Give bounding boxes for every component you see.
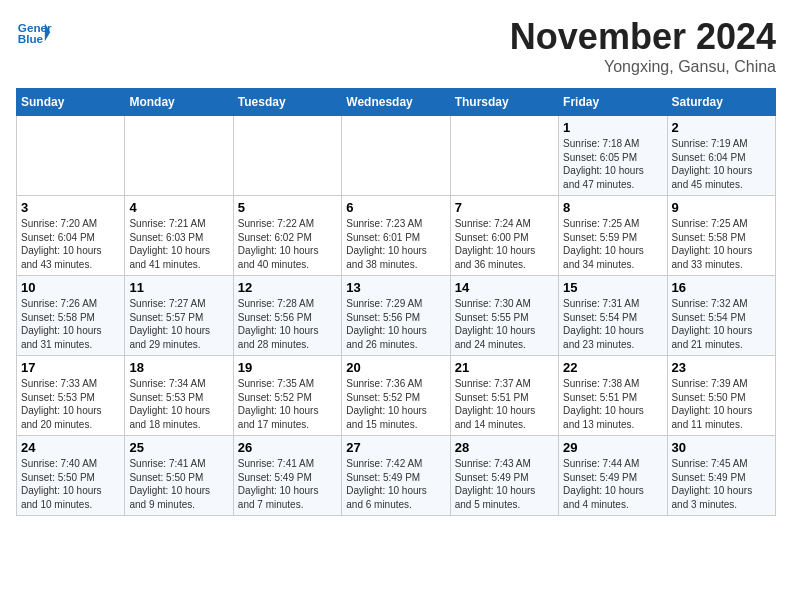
day-number: 22	[563, 360, 662, 375]
day-number: 21	[455, 360, 554, 375]
calendar-cell: 10Sunrise: 7:26 AM Sunset: 5:58 PM Dayli…	[17, 276, 125, 356]
calendar-header-row: SundayMondayTuesdayWednesdayThursdayFrid…	[17, 89, 776, 116]
calendar-table: SundayMondayTuesdayWednesdayThursdayFrid…	[16, 88, 776, 516]
day-header-wednesday: Wednesday	[342, 89, 450, 116]
day-info: Sunrise: 7:34 AM Sunset: 5:53 PM Dayligh…	[129, 377, 228, 431]
day-number: 3	[21, 200, 120, 215]
day-info: Sunrise: 7:23 AM Sunset: 6:01 PM Dayligh…	[346, 217, 445, 271]
calendar-cell: 27Sunrise: 7:42 AM Sunset: 5:49 PM Dayli…	[342, 436, 450, 516]
logo-icon: General Blue	[16, 16, 52, 52]
day-number: 27	[346, 440, 445, 455]
svg-text:Blue: Blue	[18, 32, 44, 45]
day-number: 5	[238, 200, 337, 215]
day-info: Sunrise: 7:28 AM Sunset: 5:56 PM Dayligh…	[238, 297, 337, 351]
calendar-cell: 12Sunrise: 7:28 AM Sunset: 5:56 PM Dayli…	[233, 276, 341, 356]
calendar-cell: 4Sunrise: 7:21 AM Sunset: 6:03 PM Daylig…	[125, 196, 233, 276]
day-info: Sunrise: 7:41 AM Sunset: 5:50 PM Dayligh…	[129, 457, 228, 511]
calendar-cell: 23Sunrise: 7:39 AM Sunset: 5:50 PM Dayli…	[667, 356, 775, 436]
calendar-week-1: 1Sunrise: 7:18 AM Sunset: 6:05 PM Daylig…	[17, 116, 776, 196]
day-number: 10	[21, 280, 120, 295]
calendar-cell	[125, 116, 233, 196]
day-info: Sunrise: 7:31 AM Sunset: 5:54 PM Dayligh…	[563, 297, 662, 351]
calendar-cell: 6Sunrise: 7:23 AM Sunset: 6:01 PM Daylig…	[342, 196, 450, 276]
day-header-monday: Monday	[125, 89, 233, 116]
day-number: 29	[563, 440, 662, 455]
calendar-cell	[450, 116, 558, 196]
day-number: 8	[563, 200, 662, 215]
day-number: 2	[672, 120, 771, 135]
day-info: Sunrise: 7:45 AM Sunset: 5:49 PM Dayligh…	[672, 457, 771, 511]
day-header-thursday: Thursday	[450, 89, 558, 116]
day-number: 24	[21, 440, 120, 455]
day-info: Sunrise: 7:21 AM Sunset: 6:03 PM Dayligh…	[129, 217, 228, 271]
location-subtitle: Yongxing, Gansu, China	[510, 58, 776, 76]
page-header: General Blue November 2024 Yongxing, Gan…	[16, 16, 776, 76]
day-header-friday: Friday	[559, 89, 667, 116]
calendar-cell: 15Sunrise: 7:31 AM Sunset: 5:54 PM Dayli…	[559, 276, 667, 356]
day-number: 16	[672, 280, 771, 295]
day-header-sunday: Sunday	[17, 89, 125, 116]
calendar-cell: 22Sunrise: 7:38 AM Sunset: 5:51 PM Dayli…	[559, 356, 667, 436]
calendar-cell: 2Sunrise: 7:19 AM Sunset: 6:04 PM Daylig…	[667, 116, 775, 196]
day-info: Sunrise: 7:38 AM Sunset: 5:51 PM Dayligh…	[563, 377, 662, 431]
day-number: 9	[672, 200, 771, 215]
calendar-cell: 25Sunrise: 7:41 AM Sunset: 5:50 PM Dayli…	[125, 436, 233, 516]
day-info: Sunrise: 7:30 AM Sunset: 5:55 PM Dayligh…	[455, 297, 554, 351]
day-info: Sunrise: 7:36 AM Sunset: 5:52 PM Dayligh…	[346, 377, 445, 431]
calendar-week-4: 17Sunrise: 7:33 AM Sunset: 5:53 PM Dayli…	[17, 356, 776, 436]
calendar-cell: 29Sunrise: 7:44 AM Sunset: 5:49 PM Dayli…	[559, 436, 667, 516]
calendar-cell: 11Sunrise: 7:27 AM Sunset: 5:57 PM Dayli…	[125, 276, 233, 356]
day-info: Sunrise: 7:37 AM Sunset: 5:51 PM Dayligh…	[455, 377, 554, 431]
day-info: Sunrise: 7:20 AM Sunset: 6:04 PM Dayligh…	[21, 217, 120, 271]
calendar-cell: 24Sunrise: 7:40 AM Sunset: 5:50 PM Dayli…	[17, 436, 125, 516]
month-title: November 2024	[510, 16, 776, 58]
day-number: 18	[129, 360, 228, 375]
day-info: Sunrise: 7:44 AM Sunset: 5:49 PM Dayligh…	[563, 457, 662, 511]
calendar-week-5: 24Sunrise: 7:40 AM Sunset: 5:50 PM Dayli…	[17, 436, 776, 516]
calendar-cell: 20Sunrise: 7:36 AM Sunset: 5:52 PM Dayli…	[342, 356, 450, 436]
day-info: Sunrise: 7:26 AM Sunset: 5:58 PM Dayligh…	[21, 297, 120, 351]
calendar-cell: 14Sunrise: 7:30 AM Sunset: 5:55 PM Dayli…	[450, 276, 558, 356]
day-number: 17	[21, 360, 120, 375]
day-info: Sunrise: 7:22 AM Sunset: 6:02 PM Dayligh…	[238, 217, 337, 271]
calendar-cell	[233, 116, 341, 196]
day-number: 4	[129, 200, 228, 215]
day-header-tuesday: Tuesday	[233, 89, 341, 116]
title-block: November 2024 Yongxing, Gansu, China	[510, 16, 776, 76]
day-number: 11	[129, 280, 228, 295]
calendar-cell: 18Sunrise: 7:34 AM Sunset: 5:53 PM Dayli…	[125, 356, 233, 436]
calendar-cell: 19Sunrise: 7:35 AM Sunset: 5:52 PM Dayli…	[233, 356, 341, 436]
calendar-cell: 26Sunrise: 7:41 AM Sunset: 5:49 PM Dayli…	[233, 436, 341, 516]
day-info: Sunrise: 7:25 AM Sunset: 5:59 PM Dayligh…	[563, 217, 662, 271]
day-number: 1	[563, 120, 662, 135]
calendar-cell: 3Sunrise: 7:20 AM Sunset: 6:04 PM Daylig…	[17, 196, 125, 276]
day-info: Sunrise: 7:41 AM Sunset: 5:49 PM Dayligh…	[238, 457, 337, 511]
day-number: 15	[563, 280, 662, 295]
day-number: 19	[238, 360, 337, 375]
calendar-cell: 17Sunrise: 7:33 AM Sunset: 5:53 PM Dayli…	[17, 356, 125, 436]
calendar-cell: 8Sunrise: 7:25 AM Sunset: 5:59 PM Daylig…	[559, 196, 667, 276]
calendar-cell: 28Sunrise: 7:43 AM Sunset: 5:49 PM Dayli…	[450, 436, 558, 516]
day-info: Sunrise: 7:24 AM Sunset: 6:00 PM Dayligh…	[455, 217, 554, 271]
day-number: 30	[672, 440, 771, 455]
day-number: 23	[672, 360, 771, 375]
calendar-cell: 5Sunrise: 7:22 AM Sunset: 6:02 PM Daylig…	[233, 196, 341, 276]
day-number: 12	[238, 280, 337, 295]
calendar-cell: 21Sunrise: 7:37 AM Sunset: 5:51 PM Dayli…	[450, 356, 558, 436]
day-number: 13	[346, 280, 445, 295]
day-number: 14	[455, 280, 554, 295]
calendar-cell: 30Sunrise: 7:45 AM Sunset: 5:49 PM Dayli…	[667, 436, 775, 516]
calendar-cell: 13Sunrise: 7:29 AM Sunset: 5:56 PM Dayli…	[342, 276, 450, 356]
day-info: Sunrise: 7:39 AM Sunset: 5:50 PM Dayligh…	[672, 377, 771, 431]
day-header-saturday: Saturday	[667, 89, 775, 116]
calendar-cell: 7Sunrise: 7:24 AM Sunset: 6:00 PM Daylig…	[450, 196, 558, 276]
day-number: 28	[455, 440, 554, 455]
day-number: 26	[238, 440, 337, 455]
calendar-cell: 9Sunrise: 7:25 AM Sunset: 5:58 PM Daylig…	[667, 196, 775, 276]
day-info: Sunrise: 7:32 AM Sunset: 5:54 PM Dayligh…	[672, 297, 771, 351]
day-number: 20	[346, 360, 445, 375]
day-info: Sunrise: 7:40 AM Sunset: 5:50 PM Dayligh…	[21, 457, 120, 511]
day-info: Sunrise: 7:33 AM Sunset: 5:53 PM Dayligh…	[21, 377, 120, 431]
day-info: Sunrise: 7:25 AM Sunset: 5:58 PM Dayligh…	[672, 217, 771, 271]
day-number: 7	[455, 200, 554, 215]
